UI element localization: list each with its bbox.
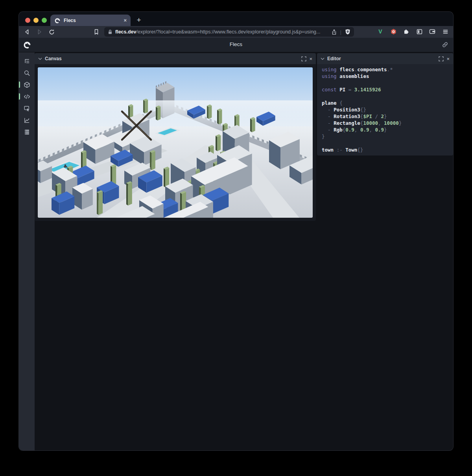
sidebar-item-tables[interactable] <box>19 126 35 138</box>
url-path: /explorer/?local=true&wasm=https://www.f… <box>136 29 329 35</box>
inspect-icon <box>24 105 30 112</box>
browser-window: Flecs × + <box>19 12 453 450</box>
close-window-button[interactable] <box>25 18 30 23</box>
extension-hexagon-icon[interactable] <box>389 27 398 36</box>
canvas-panel-title: Canvas <box>45 56 299 61</box>
url-divider: | <box>340 29 341 35</box>
tab-title: Flecs <box>64 18 124 23</box>
sidebar-item-entities[interactable] <box>19 79 35 91</box>
bookmark-icon[interactable] <box>92 28 101 36</box>
chevron-down-icon <box>38 57 42 60</box>
3d-town-scene[interactable] <box>38 67 313 218</box>
canvas-panel-body <box>35 64 316 221</box>
browser-toolbar: flecs.dev /explorer/?local=true&wasm=htt… <box>19 26 453 38</box>
back-button[interactable] <box>23 28 31 36</box>
url-domain: flecs.dev <box>115 29 136 35</box>
close-tab-icon[interactable]: × <box>124 17 127 23</box>
active-indicator <box>19 93 20 100</box>
editor-panel: Editor × using flecs.components.*using a… <box>317 53 453 156</box>
expand-icon[interactable] <box>301 56 306 61</box>
editor-code[interactable]: using flecs.components.*using assemblies… <box>317 64 453 155</box>
sidebar-toggle-icon[interactable] <box>415 27 424 36</box>
page-title: Flecs <box>19 41 453 47</box>
chevron-down-icon <box>321 57 324 60</box>
share-link-icon[interactable] <box>442 41 448 48</box>
app-header: Flecs <box>19 38 453 52</box>
menu-hamburger-icon[interactable] <box>441 27 450 36</box>
extensions-puzzle-icon[interactable] <box>402 27 411 36</box>
tree-icon <box>24 58 30 65</box>
expand-icon[interactable] <box>439 56 444 61</box>
vue-devtools-icon[interactable]: V <box>376 27 385 36</box>
editor-panel-title: Editor <box>327 56 436 61</box>
forward-button[interactable] <box>35 28 44 36</box>
stats-chart-icon <box>24 117 30 124</box>
editor-panel-header[interactable]: Editor × <box>317 53 453 64</box>
app-content: Canvas × Editor <box>19 52 453 450</box>
lock-icon <box>107 29 113 35</box>
reload-button[interactable] <box>47 28 56 36</box>
share-icon[interactable] <box>331 29 337 35</box>
code-icon <box>23 93 31 100</box>
canvas-panel-header[interactable]: Canvas × <box>35 53 316 64</box>
minimize-window-button[interactable] <box>33 18 39 23</box>
close-panel-icon[interactable]: × <box>309 56 312 62</box>
sidebar-item-stats[interactable] <box>19 114 35 126</box>
sidebar-item-code[interactable] <box>19 91 35 102</box>
entities-cube-icon <box>24 81 30 88</box>
main-area: Canvas × Editor <box>35 52 453 450</box>
zoom-window-button[interactable] <box>42 18 47 23</box>
canvas-panel: Canvas × <box>35 53 316 221</box>
sidebar <box>19 52 35 450</box>
wallet-icon[interactable] <box>428 27 437 36</box>
sidebar-item-tree[interactable] <box>19 55 35 67</box>
window-controls <box>25 18 47 23</box>
sidebar-item-search[interactable] <box>19 67 35 79</box>
tab-strip: Flecs × + <box>19 12 453 26</box>
url-bar[interactable]: flecs.dev /explorer/?local=true&wasm=htt… <box>104 27 354 37</box>
flecs-favicon-icon <box>54 17 61 24</box>
active-indicator <box>19 81 20 88</box>
brave-shield-icon[interactable] <box>345 29 351 35</box>
browser-tab[interactable]: Flecs × <box>50 15 131 26</box>
tables-icon <box>24 129 30 135</box>
search-icon <box>24 70 30 76</box>
close-panel-icon[interactable]: × <box>446 56 450 62</box>
sidebar-item-inspect[interactable] <box>19 102 35 114</box>
new-tab-button[interactable]: + <box>134 15 144 25</box>
